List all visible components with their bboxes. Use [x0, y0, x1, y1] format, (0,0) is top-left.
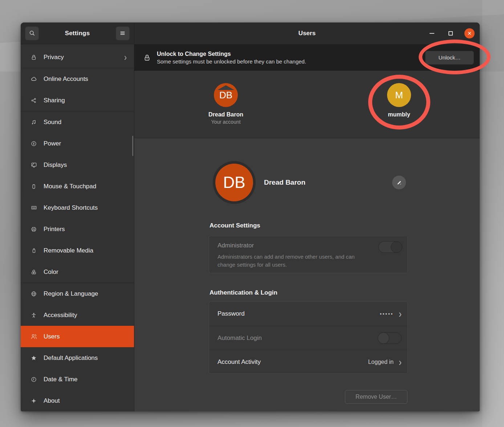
desktop-wallpaper-shape	[482, 0, 504, 427]
sidebar: Settings Privacy › Online Accounts Shari…	[21, 22, 134, 411]
sidebar-item-date-time[interactable]: Date & Time	[21, 369, 134, 390]
unlock-text: Unlock to Change Settings Some settings …	[157, 51, 425, 65]
section-title-account-settings: Account Settings	[210, 222, 260, 229]
chevron-right-icon: ›	[399, 309, 402, 319]
maximize-button[interactable]	[446, 28, 456, 38]
sidebar-item-power[interactable]: Power	[21, 133, 134, 154]
titlebar: Users ✕	[134, 22, 480, 44]
users-panel: Users ✕ Unlock to Change Settings Some s…	[134, 22, 480, 411]
maximize-icon	[448, 31, 453, 36]
sidebar-item-about[interactable]: About	[21, 390, 134, 411]
settings-window: Settings Privacy › Online Accounts Shari…	[21, 22, 480, 411]
profile-name: Dread Baron	[264, 178, 305, 186]
unlock-banner: Unlock to Change Settings Some settings …	[134, 44, 480, 71]
sidebar-item-privacy[interactable]: Privacy ›	[21, 46, 134, 68]
sidebar-scrollbar-thumb[interactable]	[132, 136, 133, 156]
sidebar-item-region-language[interactable]: Region & Language	[21, 283, 134, 304]
account-activity-row[interactable]: Account Activity Logged in ›	[209, 350, 407, 374]
color-circles-icon	[30, 268, 37, 276]
sparkle-icon	[30, 397, 37, 405]
menu-button[interactable]	[116, 26, 130, 40]
close-button[interactable]: ✕	[464, 28, 475, 38]
globe-icon	[30, 290, 37, 297]
panel-title: Users	[298, 30, 316, 37]
unlock-button[interactable]: Unlock…	[425, 51, 474, 65]
user-detail: DB Dread Baron Account Settings Administ…	[134, 138, 480, 411]
administrator-toggle[interactable]	[378, 241, 402, 253]
toggle-knob	[378, 332, 389, 344]
toggle-knob	[391, 241, 402, 253]
hamburger-icon	[119, 30, 126, 36]
sidebar-item-displays[interactable]: Displays	[21, 154, 134, 176]
keyboard-icon	[30, 204, 37, 212]
power-icon	[30, 140, 37, 147]
sidebar-item-sharing[interactable]: Sharing	[21, 90, 134, 111]
user-name: Dread Baron	[208, 111, 243, 118]
sidebar-item-keyboard-shortcuts[interactable]: Keyboard Shortcuts	[21, 197, 134, 218]
automatic-login-row: Automatic Login	[209, 326, 407, 350]
usb-drive-icon	[30, 247, 37, 254]
mouse-icon	[30, 183, 37, 190]
search-button[interactable]	[25, 26, 39, 40]
profile-avatar[interactable]: DB	[215, 164, 253, 201]
chevron-right-icon: ›	[399, 357, 402, 367]
printer-icon	[30, 226, 37, 233]
user-carousel: DB Dread Baron Your account M mumbly	[134, 71, 480, 138]
administrator-description: Administrators can add and remove other …	[218, 253, 374, 269]
window-controls: ✕	[427, 22, 475, 44]
chevron-right-icon: ›	[124, 52, 127, 62]
automatic-login-toggle[interactable]	[378, 332, 402, 344]
section-title-auth-login: Authentication & Login	[210, 289, 277, 296]
search-icon	[29, 30, 35, 36]
account-settings-card: Administrator Administrators can add and…	[209, 236, 408, 273]
sidebar-item-printers[interactable]: Printers	[21, 218, 134, 240]
auth-login-card: Password ••••• › Automatic Login Account…	[209, 301, 408, 374]
lock-icon	[30, 54, 37, 61]
sidebar-item-online-accounts[interactable]: Online Accounts	[21, 68, 134, 90]
sidebar-list: Privacy › Online Accounts Sharing Sound …	[21, 44, 134, 411]
sidebar-title: Settings	[65, 30, 90, 37]
unlock-title: Unlock to Change Settings	[157, 51, 425, 57]
close-icon: ✕	[467, 30, 472, 36]
sidebar-item-accessibility[interactable]: Accessibility	[21, 304, 134, 326]
carousel-user-mumbly[interactable]: M mumbly	[370, 83, 428, 118]
remove-user-button[interactable]: Remove User…	[345, 390, 407, 404]
minimize-icon	[430, 33, 434, 34]
avatar: M	[387, 83, 411, 107]
accessibility-icon	[30, 312, 37, 319]
sidebar-item-color[interactable]: Color	[21, 261, 134, 283]
password-row[interactable]: Password ••••• ›	[209, 302, 407, 326]
sidebar-item-mouse-touchpad[interactable]: Mouse & Touchpad	[21, 176, 134, 197]
share-icon	[30, 97, 37, 104]
administrator-label: Administrator	[218, 242, 254, 249]
sound-icon	[30, 119, 37, 126]
sidebar-header: Settings	[21, 22, 134, 44]
cloud-icon	[30, 75, 37, 83]
clock-icon	[30, 376, 37, 383]
sidebar-item-removable-media[interactable]: Removable Media	[21, 240, 134, 261]
unlock-subtitle: Some settings must be unlocked before th…	[157, 58, 425, 65]
account-activity-value: Logged in	[368, 359, 394, 365]
star-icon	[30, 354, 37, 362]
sidebar-item-default-applications[interactable]: Default Applications	[21, 347, 134, 369]
display-icon	[30, 161, 37, 169]
password-dots: •••••	[380, 311, 394, 317]
user-name: mumbly	[388, 111, 410, 118]
minimize-button[interactable]	[427, 28, 437, 38]
sidebar-item-sound[interactable]: Sound	[21, 111, 134, 133]
sidebar-item-users[interactable]: Users	[21, 326, 134, 347]
users-icon	[30, 333, 37, 340]
pencil-icon	[396, 180, 402, 186]
lock-icon	[143, 54, 151, 62]
user-subtitle: Your account	[211, 119, 240, 125]
edit-name-button[interactable]	[392, 176, 406, 189]
